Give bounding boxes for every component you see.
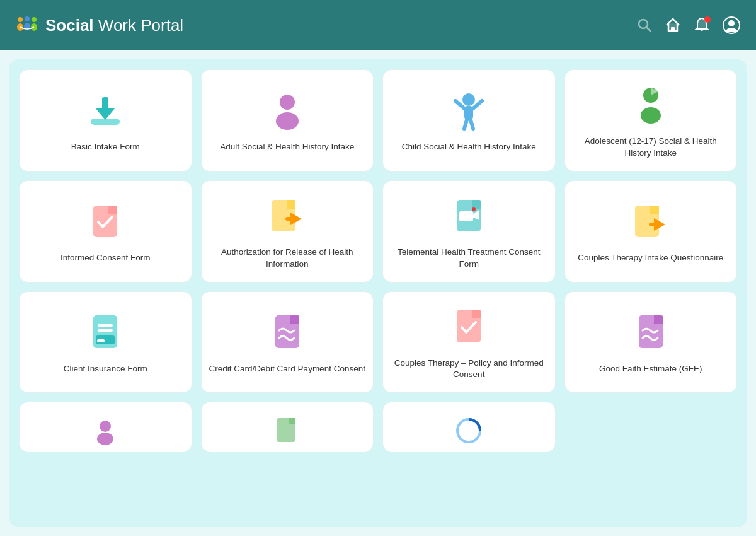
header-right bbox=[636, 16, 741, 35]
partial-card-1[interactable] bbox=[19, 402, 192, 452]
couples-intake-icon bbox=[629, 199, 673, 243]
basic-intake-label: Basic Intake Form bbox=[71, 141, 140, 153]
svg-point-10 bbox=[728, 20, 735, 26]
svg-line-20 bbox=[464, 120, 467, 129]
adult-social-icon bbox=[265, 88, 309, 132]
credit-card-label: Credit Card/Debit Card Payment Consent bbox=[209, 363, 365, 375]
svg-line-21 bbox=[471, 120, 473, 129]
client-insurance-icon bbox=[83, 310, 127, 354]
svg-rect-25 bbox=[108, 206, 117, 214]
card-grid: Basic Intake Form Adult Social & Health … bbox=[19, 69, 737, 393]
child-social-label: Child Social & Health History Intake bbox=[402, 141, 536, 153]
card-adolescent-social[interactable]: Adolescent (12-17) Social & Health Histo… bbox=[564, 69, 738, 172]
partial-icon-2 bbox=[272, 415, 303, 446]
svg-rect-40 bbox=[98, 324, 113, 327]
card-adult-social[interactable]: Adult Social & Health History Intake bbox=[201, 69, 374, 172]
logo-icon bbox=[15, 13, 39, 37]
svg-rect-49 bbox=[654, 315, 663, 324]
card-client-insurance[interactable]: Client Insurance Form bbox=[19, 291, 192, 393]
adolescent-social-icon bbox=[629, 83, 673, 127]
svg-rect-27 bbox=[287, 200, 295, 209]
header: Social Work Portal bbox=[0, 0, 756, 50]
svg-rect-32 bbox=[459, 211, 473, 221]
card-good-faith[interactable]: Good Faith Estimate (GFE) bbox=[564, 291, 738, 393]
card-basic-intake[interactable]: Basic Intake Form bbox=[19, 69, 192, 172]
card-child-social[interactable]: Child Social & Health History Intake bbox=[382, 69, 556, 172]
adult-social-label: Adult Social & Health History Intake bbox=[220, 141, 354, 153]
card-informed-consent[interactable]: Informed Consent Form bbox=[19, 180, 192, 283]
card-couples-policy[interactable]: Couples Therapy – Policy and Informed Co… bbox=[382, 291, 556, 393]
svg-rect-45 bbox=[290, 315, 299, 324]
svg-rect-47 bbox=[472, 310, 481, 318]
auth-release-label: Authorization for Release of Health Info… bbox=[209, 247, 366, 271]
card-couples-intake[interactable]: Couples Therapy Intake Questionnaire bbox=[564, 180, 738, 283]
notification-badge bbox=[704, 16, 711, 23]
card-auth-release[interactable]: Authorization for Release of Health Info… bbox=[201, 180, 374, 283]
svg-rect-38 bbox=[649, 223, 659, 226]
card-telemental[interactable]: Telemental Health Treatment Consent Form bbox=[382, 180, 556, 283]
couples-policy-label: Couples Therapy – Policy and Informed Co… bbox=[391, 358, 547, 382]
svg-rect-8 bbox=[671, 27, 675, 31]
svg-point-14 bbox=[280, 95, 295, 110]
svg-point-34 bbox=[472, 207, 476, 211]
basic-intake-icon bbox=[83, 88, 127, 132]
couples-policy-icon bbox=[447, 305, 491, 349]
telemental-icon bbox=[447, 194, 491, 238]
svg-point-0 bbox=[18, 17, 23, 22]
header-left: Social Work Portal bbox=[15, 13, 183, 37]
notification-icon[interactable] bbox=[693, 16, 711, 34]
client-insurance-label: Client Insurance Form bbox=[64, 363, 147, 375]
svg-point-4 bbox=[32, 17, 37, 22]
svg-rect-36 bbox=[650, 206, 659, 214]
svg-point-2 bbox=[25, 16, 30, 21]
home-icon[interactable] bbox=[664, 16, 682, 34]
partial-icon-3 bbox=[453, 415, 484, 446]
svg-rect-29 bbox=[285, 217, 295, 221]
good-faith-icon bbox=[629, 310, 673, 354]
informed-consent-label: Informed Consent Form bbox=[60, 252, 151, 264]
card-credit-card[interactable]: Credit Card/Debit Card Payment Consent bbox=[201, 291, 374, 393]
svg-marker-13 bbox=[96, 108, 115, 120]
svg-line-7 bbox=[647, 28, 651, 32]
search-icon[interactable] bbox=[636, 17, 653, 33]
auth-release-icon bbox=[265, 194, 309, 238]
child-social-icon bbox=[447, 88, 491, 132]
couples-intake-label: Couples Therapy Intake Questionnaire bbox=[578, 252, 723, 264]
informed-consent-icon bbox=[83, 199, 127, 243]
partial-card-row bbox=[19, 402, 737, 452]
partial-card-3[interactable] bbox=[382, 402, 556, 452]
partial-icon-1 bbox=[89, 415, 121, 446]
svg-point-1 bbox=[17, 23, 23, 31]
adolescent-social-label: Adolescent (12-17) Social & Health Histo… bbox=[573, 136, 730, 160]
svg-rect-31 bbox=[472, 200, 481, 209]
svg-point-50 bbox=[100, 421, 111, 432]
partial-card-2[interactable] bbox=[201, 402, 374, 452]
main-content: Basic Intake Form Adult Social & Health … bbox=[9, 59, 747, 527]
telemental-label: Telemental Health Treatment Consent Form bbox=[391, 247, 547, 271]
svg-point-23 bbox=[641, 107, 661, 124]
header-title: Social Work Portal bbox=[45, 16, 183, 35]
svg-point-16 bbox=[462, 93, 475, 106]
svg-point-51 bbox=[97, 433, 113, 445]
user-icon[interactable] bbox=[722, 16, 741, 35]
svg-rect-43 bbox=[97, 339, 105, 342]
svg-point-15 bbox=[276, 112, 299, 130]
credit-card-icon bbox=[265, 310, 309, 354]
svg-rect-41 bbox=[98, 329, 113, 332]
good-faith-label: Good Faith Estimate (GFE) bbox=[599, 363, 702, 375]
svg-rect-53 bbox=[289, 418, 295, 424]
